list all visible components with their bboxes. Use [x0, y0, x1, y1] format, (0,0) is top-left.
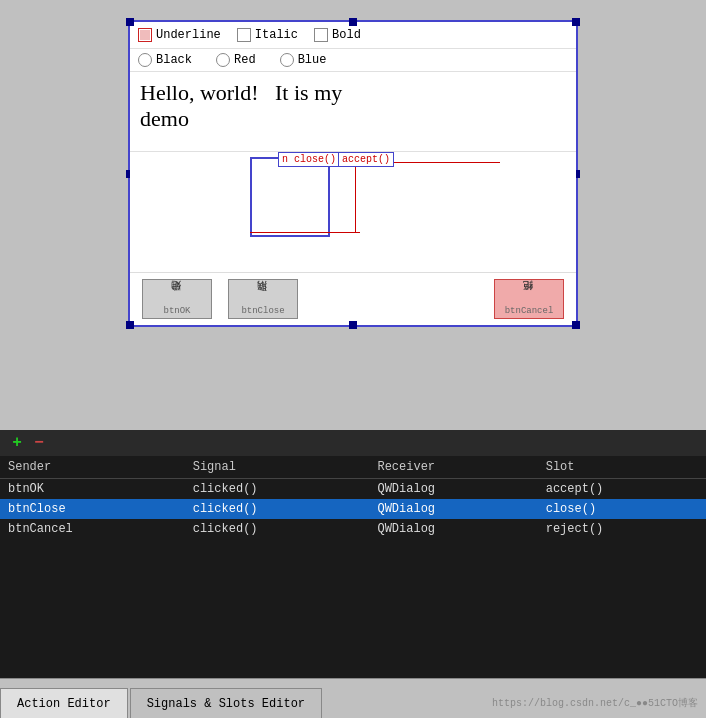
diagram-area: n close() accept(): [130, 152, 576, 272]
tab-action-editor[interactable]: Action Editor: [0, 688, 128, 718]
row2-receiver: QWDialog: [369, 519, 537, 539]
handle-bm[interactable]: [349, 321, 357, 329]
handle-tm[interactable]: [349, 18, 357, 26]
radio-row: Black Red Blue: [130, 49, 576, 72]
btn-close-id: btnClose: [241, 306, 284, 316]
diagram-rect-left: [250, 157, 330, 237]
row0-receiver: QWDialog: [369, 479, 537, 500]
bottom-tabs: Action Editor Signals & Slots Editor htt…: [0, 678, 706, 718]
tab-signals-slots-editor[interactable]: Signals & Slots Editor: [130, 688, 322, 718]
btn-ok-id: btnOK: [163, 306, 190, 316]
tab-watermark: https://blog.csdn.net/c_●●51CTO博客: [492, 696, 698, 710]
underline-box[interactable]: [138, 28, 152, 42]
diagram-accept-box: accept(): [338, 152, 394, 167]
radio-blue-circle[interactable]: [280, 53, 294, 67]
row0-signal: clicked(): [185, 479, 370, 500]
italic-box[interactable]: [237, 28, 251, 42]
text-line2: demo: [140, 106, 566, 132]
table-row[interactable]: btnOK clicked() QWDialog accept(): [0, 479, 706, 500]
checkbox-bold[interactable]: Bold: [314, 28, 361, 42]
checkbox-underline[interactable]: Underline: [138, 28, 221, 42]
row1-signal: clicked(): [185, 499, 370, 519]
row2-signal: clicked(): [185, 519, 370, 539]
radio-black-label: Black: [156, 53, 192, 67]
diagram-signal-box: n close(): [278, 152, 340, 167]
table-row[interactable]: btnClose clicked() QWDialog close(): [0, 499, 706, 519]
table-header-row: Sender Signal Receiver Slot: [0, 456, 706, 479]
bold-label: Bold: [332, 28, 361, 42]
text-line1: Hello, world! It is my: [140, 80, 566, 106]
italic-label: Italic: [255, 28, 298, 42]
radio-black-circle[interactable]: [138, 53, 152, 67]
row2-sender: btnCancel: [0, 519, 185, 539]
row1-receiver: QWDialog: [369, 499, 537, 519]
row0-sender: btnOK: [0, 479, 185, 500]
col-sender: Sender: [0, 456, 185, 479]
row0-slot: accept(): [538, 479, 706, 500]
radio-black[interactable]: Black: [138, 53, 192, 67]
radio-blue[interactable]: Blue: [280, 53, 327, 67]
col-signal: Signal: [185, 456, 370, 479]
handle-br[interactable]: [572, 321, 580, 329]
col-slot: Slot: [538, 456, 706, 479]
form-widget[interactable]: Underline Italic Bold Black Red: [128, 20, 578, 327]
btn-cancel-id: btnCancel: [505, 306, 554, 316]
row2-slot: reject(): [538, 519, 706, 539]
bold-box[interactable]: [314, 28, 328, 42]
designer-area: Underline Italic Bold Black Red: [0, 0, 706, 430]
checkbox-row: Underline Italic Bold: [130, 22, 576, 49]
handle-tr[interactable]: [572, 18, 580, 26]
signals-slots-panel: + − Sender Signal Receiver Slot btnOK cl…: [0, 430, 706, 678]
add-connection-button[interactable]: +: [8, 434, 26, 452]
radio-blue-label: Blue: [298, 53, 327, 67]
col-receiver: Receiver: [369, 456, 537, 479]
btn-ok[interactable]: 确定 btnOK: [142, 279, 212, 319]
buttons-row: 确定 btnOK 取消 btnClose 拒绝 btnCancel: [130, 272, 576, 325]
radio-red[interactable]: Red: [216, 53, 256, 67]
handle-tl[interactable]: [126, 18, 134, 26]
table-row[interactable]: btnCancel clicked() QWDialog reject(): [0, 519, 706, 539]
text-display: Hello, world! It is my demo: [130, 72, 576, 152]
signals-table: Sender Signal Receiver Slot btnOK clicke…: [0, 456, 706, 539]
signal-line-v1: [355, 162, 356, 232]
radio-red-circle[interactable]: [216, 53, 230, 67]
signal-line-h2: [250, 232, 360, 233]
underline-label: Underline: [156, 28, 221, 42]
radio-red-label: Red: [234, 53, 256, 67]
panel-toolbar: + −: [0, 430, 706, 456]
row1-sender: btnClose: [0, 499, 185, 519]
row1-slot: close(): [538, 499, 706, 519]
handle-bl[interactable]: [126, 321, 134, 329]
btn-close[interactable]: 取消 btnClose: [228, 279, 298, 319]
btn-cancel[interactable]: 拒绝 btnCancel: [494, 279, 564, 319]
remove-connection-button[interactable]: −: [30, 434, 48, 452]
checkbox-italic[interactable]: Italic: [237, 28, 298, 42]
